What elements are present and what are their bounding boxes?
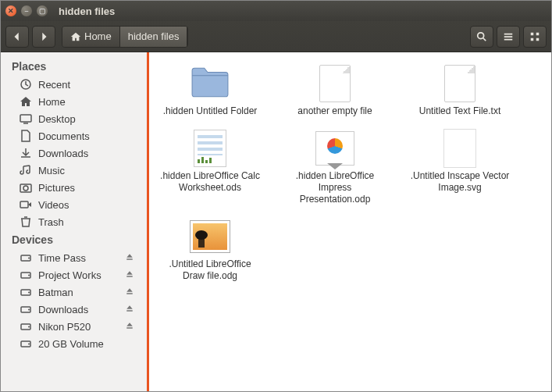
svg-point-17 xyxy=(28,309,30,311)
blank-icon xyxy=(438,65,482,102)
toolbar: Home hidden files xyxy=(1,21,551,52)
sidebar-item-desktop[interactable]: Desktop xyxy=(1,110,147,127)
file-item[interactable]: .hidden LibreOffice Calc Worksheet.ods xyxy=(155,127,265,208)
music-icon xyxy=(20,164,32,176)
download-icon xyxy=(20,147,32,159)
file-label: Untitled Text File.txt xyxy=(419,105,500,117)
doc-icon xyxy=(20,130,32,142)
sidebar-item-label: Pictures xyxy=(38,182,75,194)
drive-icon xyxy=(20,337,32,350)
sidebar-item-home[interactable]: Home xyxy=(1,93,147,110)
desktop-icon xyxy=(20,112,32,125)
clock-icon xyxy=(20,78,32,91)
sidebar-item-label: Nikon P520 xyxy=(38,321,91,333)
forward-button[interactable] xyxy=(32,26,55,48)
file-label: .Untitled Inscape Vector Image.svg xyxy=(408,170,511,194)
eject-icon[interactable] xyxy=(125,321,136,332)
file-label: .hidden LibreOffice Impress Presentation… xyxy=(283,170,386,205)
file-label: another empty file xyxy=(297,105,372,117)
sidebar-item-nikon-p520[interactable]: Nikon P520 xyxy=(1,318,147,335)
breadcrumb-home[interactable]: Home xyxy=(62,27,120,47)
breadcrumb-label: hidden files xyxy=(128,30,180,42)
sidebar: Places RecentHomeDesktopDocumentsDownloa… xyxy=(1,52,149,392)
file-view: .hidden Untitled Folderanother empty fil… xyxy=(149,52,551,392)
file-label: .hidden Untitled Folder xyxy=(163,105,258,117)
sidebar-item-documents[interactable]: Documents xyxy=(1,127,147,144)
svg-point-15 xyxy=(28,292,30,294)
sidebar-item-downloads[interactable]: Downloads xyxy=(1,301,147,318)
svg-point-21 xyxy=(28,344,30,345)
sidebar-item-label: Home xyxy=(38,96,66,108)
sidebar-item-20-gb-volume[interactable]: 20 GB Volume xyxy=(1,335,147,352)
sidebar-item-music[interactable]: Music xyxy=(1,162,147,179)
sidebar-item-project-works[interactable]: Project Works xyxy=(1,266,147,283)
svg-point-8 xyxy=(23,186,28,191)
close-icon[interactable]: ✕ xyxy=(5,5,16,16)
svg-point-13 xyxy=(28,275,30,276)
svg-rect-3 xyxy=(531,37,534,41)
back-button[interactable] xyxy=(5,26,29,48)
sidebar-item-label: Time Pass xyxy=(38,252,86,264)
sidebar-item-batman[interactable]: Batman xyxy=(1,283,147,301)
file-item[interactable]: .hidden Untitled Folder xyxy=(155,62,265,120)
sidebar-item-label: Batman xyxy=(38,287,73,298)
eject-icon[interactable] xyxy=(125,304,136,315)
sidebar-item-recent[interactable]: Recent xyxy=(1,76,147,93)
drive-icon xyxy=(20,286,32,298)
titlebar: ✕ – ▢ hidden files xyxy=(1,1,551,21)
sidebar-item-downloads[interactable]: Downloads xyxy=(1,144,147,162)
drive-icon xyxy=(20,303,32,315)
file-item[interactable]: another empty file xyxy=(280,62,390,120)
sidebar-header-places: Places xyxy=(1,57,147,76)
sidebar-item-label: Downloads xyxy=(38,304,88,315)
sidebar-item-pictures[interactable]: Pictures xyxy=(1,179,147,196)
eject-icon[interactable] xyxy=(125,252,136,263)
drive-icon xyxy=(20,251,32,264)
sidebar-item-label: Project Works xyxy=(38,269,101,281)
breadcrumb-current[interactable]: hidden files xyxy=(120,27,188,47)
sidebar-item-label: 20 GB Volume xyxy=(38,338,104,350)
folder-icon xyxy=(188,65,232,102)
sidebar-item-time-pass[interactable]: Time Pass xyxy=(1,249,147,266)
sidebar-item-label: Downloads xyxy=(38,148,88,159)
sidebar-item-label: Desktop xyxy=(38,113,76,125)
minimize-icon[interactable]: – xyxy=(21,5,32,16)
svg-rect-4 xyxy=(536,37,540,41)
svg-rect-1 xyxy=(531,32,534,35)
file-item[interactable]: .Untitled LibreOffice Draw file.odg xyxy=(155,215,265,285)
view-grid-button[interactable] xyxy=(523,26,547,48)
calc-icon xyxy=(188,130,232,167)
camera-icon xyxy=(20,181,32,194)
svg-point-0 xyxy=(478,32,484,38)
impress-icon xyxy=(313,130,357,167)
sidebar-item-trash[interactable]: Trash xyxy=(1,213,147,230)
svg-point-19 xyxy=(28,326,30,328)
window-controls: ✕ – ▢ xyxy=(5,5,48,16)
eject-icon[interactable] xyxy=(125,287,136,298)
svg-rect-9 xyxy=(20,201,28,208)
sidebar-item-label: Music xyxy=(38,165,65,176)
trash-icon xyxy=(20,216,32,228)
file-item[interactable]: Untitled Text File.txt xyxy=(405,62,515,120)
svg-rect-2 xyxy=(536,32,540,35)
eject-icon[interactable] xyxy=(125,269,136,280)
file-label: .hidden LibreOffice Calc Worksheet.ods xyxy=(158,170,262,194)
svg-point-11 xyxy=(28,258,30,259)
svg-rect-6 xyxy=(20,115,31,122)
svg-icon xyxy=(438,130,482,167)
sidebar-item-label: Trash xyxy=(38,216,64,228)
file-item[interactable]: .hidden LibreOffice Impress Presentation… xyxy=(280,127,390,208)
file-label: .Untitled LibreOffice Draw file.odg xyxy=(158,258,262,282)
search-button[interactable] xyxy=(470,26,493,48)
maximize-icon[interactable]: ▢ xyxy=(37,5,48,16)
blank-icon xyxy=(313,65,357,102)
drive-icon xyxy=(20,320,32,333)
sidebar-item-label: Recent xyxy=(38,79,70,91)
sidebar-item-videos[interactable]: Videos xyxy=(1,196,147,213)
draw-icon xyxy=(188,218,232,255)
breadcrumb-label: Home xyxy=(84,30,112,42)
file-item[interactable]: .Untitled Inscape Vector Image.svg xyxy=(405,127,515,208)
drive-icon xyxy=(20,269,32,281)
view-list-button[interactable] xyxy=(497,26,520,48)
breadcrumb: Home hidden files xyxy=(62,26,188,48)
